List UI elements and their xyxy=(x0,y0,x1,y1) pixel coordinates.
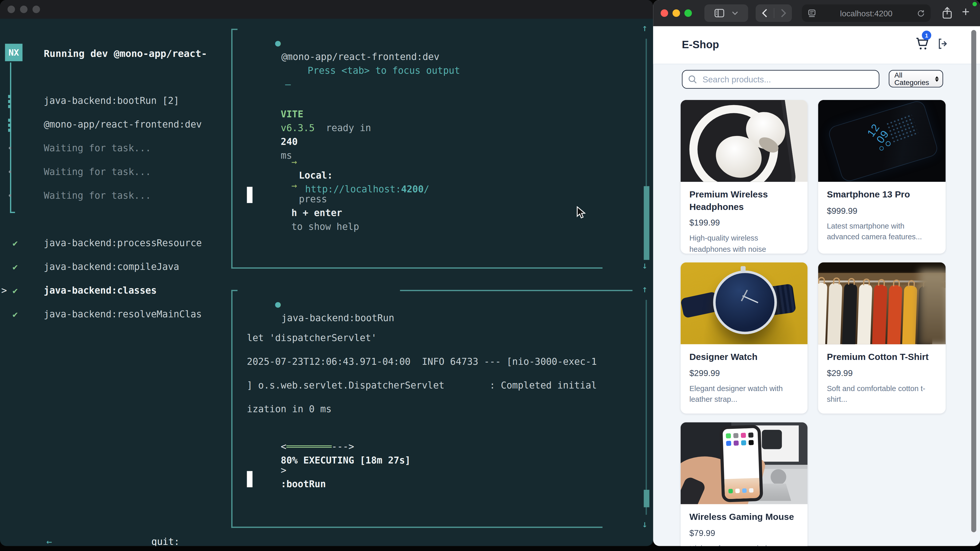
terminal-cursor xyxy=(247,471,252,487)
completed-task-row-active[interactable]: > ✔ java-backend:classes xyxy=(44,284,156,297)
select-arrows-icon xyxy=(935,76,939,82)
scrollbar-thumb[interactable] xyxy=(644,490,649,507)
product-card[interactable]: Designer Watch $299.99 Elegant designer … xyxy=(681,262,808,414)
arrow-icon: → xyxy=(291,180,297,191)
log-line: let 'dispatcherServlet' xyxy=(247,331,377,345)
search-input[interactable] xyxy=(701,71,876,87)
back-icon[interactable] xyxy=(762,9,767,17)
task-tree-connector xyxy=(10,62,11,213)
minimize-button[interactable] xyxy=(673,10,680,17)
local-url-slash: / xyxy=(424,184,429,195)
panel-dash: — xyxy=(285,79,291,90)
quit-help-bar: quit: q help: ? xyxy=(118,521,185,546)
task-row: @mono-app/react-frontend:dev xyxy=(44,118,202,131)
product-card[interactable]: Premium Cotton T-Shirt $29.99 Soft and c… xyxy=(818,262,946,414)
terminal-titlebar[interactable] xyxy=(0,0,653,19)
task-label: java-backend:bootRun [2] xyxy=(44,95,179,106)
task-label: java-backend:classes xyxy=(44,285,156,296)
close-button[interactable] xyxy=(661,10,668,17)
help-keys: h + enter xyxy=(291,207,342,219)
product-image xyxy=(681,262,808,345)
progress-tail: ---> xyxy=(331,441,354,452)
log-line: 2025-07-23T12:06:43.971-04:00 INFO 64733… xyxy=(247,355,597,368)
task-label: Waiting for task... xyxy=(44,142,151,154)
panel-border-stub xyxy=(231,290,237,291)
forward-icon[interactable] xyxy=(780,9,786,17)
scroll-up-icon[interactable]: ↑ xyxy=(642,22,648,34)
panel-title: @mono-app/react-frontend:dev xyxy=(282,51,439,62)
scrollbar-thumb[interactable] xyxy=(644,186,649,260)
completed-task-row: ✔ java-backend:compileJava xyxy=(44,260,179,274)
image-art xyxy=(919,270,945,344)
task-row: Waiting for task... xyxy=(44,189,151,203)
nav-button-group xyxy=(756,4,792,22)
browser-scrollbar[interactable] xyxy=(971,30,977,532)
window-close-button[interactable] xyxy=(7,6,15,13)
url-text[interactable]: localhost:4200 xyxy=(816,8,917,18)
panel-title: java-backend:bootRun xyxy=(282,312,394,324)
terminal-heading: Running dev @mono-app/react- xyxy=(44,47,207,61)
scrollbar-track[interactable] xyxy=(646,300,647,515)
scroll-down-icon[interactable]: ↓ xyxy=(642,260,648,271)
logout-icon[interactable] xyxy=(935,37,950,51)
task-waiting-marker-icon xyxy=(9,171,11,173)
reader-icon[interactable] xyxy=(808,9,816,17)
window-minimize-button[interactable] xyxy=(20,6,27,13)
help-hint-line: → press h + enter to show help xyxy=(258,165,359,248)
window-zoom-button[interactable] xyxy=(32,6,40,13)
share-icon[interactable] xyxy=(942,7,953,19)
task-row: Waiting for task... xyxy=(44,165,151,179)
sidebar-button-group[interactable] xyxy=(704,4,748,22)
product-price: $199.99 xyxy=(689,218,799,227)
product-title: Premium Cotton T-Shirt xyxy=(827,351,937,363)
task-label: Waiting for task... xyxy=(44,166,151,177)
pager: ← 1/1 → xyxy=(13,521,63,546)
task-label: Waiting for task... xyxy=(44,190,151,201)
chevron-down-icon xyxy=(732,11,738,15)
quit-label: quit: xyxy=(151,536,180,546)
scroll-down-icon[interactable]: ↓ xyxy=(642,519,648,530)
image-art xyxy=(713,270,777,334)
reload-icon[interactable] xyxy=(917,9,925,17)
terminal-window: NX Running dev @mono-app/react- java-bac… xyxy=(0,0,653,546)
log-line: ] o.s.web.servlet.DispatcherServlet : Co… xyxy=(247,379,597,392)
status-dot-icon: ● xyxy=(275,38,281,49)
image-art xyxy=(762,430,782,449)
panel-border-stub xyxy=(231,29,237,30)
task-label: java-backend:compileJava xyxy=(44,261,179,272)
help-pre: press xyxy=(299,194,327,205)
product-description: Latest smartphone with advanced camera f… xyxy=(827,221,937,243)
product-image xyxy=(818,262,946,345)
category-selected-value: All Categories xyxy=(894,71,935,86)
address-bar[interactable]: localhost:4200 xyxy=(802,4,931,22)
check-icon: ✔ xyxy=(13,307,18,321)
product-title: Premium Wireless Headphones xyxy=(689,189,799,213)
safari-window: localhost:4200 + E-Shop 1 All Categories xyxy=(653,0,980,546)
local-url-port: 4200 xyxy=(401,184,424,195)
shop-brand[interactable]: E-Shop xyxy=(682,39,719,51)
product-card[interactable]: Premium Wireless Headphones $199.99 High… xyxy=(681,100,808,254)
recording-indicator-icon xyxy=(973,2,977,6)
task-running-marker-icon xyxy=(8,95,11,108)
category-select[interactable]: All Categories xyxy=(889,70,943,87)
vite-version: v6.3.5 xyxy=(281,122,315,134)
vite-ready-text: ready in xyxy=(326,122,371,134)
product-price: $29.99 xyxy=(827,368,937,378)
product-card[interactable]: 1209 Smartphone 13 Pro $999.99 Latest sm… xyxy=(818,100,946,254)
new-tab-button[interactable]: + xyxy=(962,4,969,19)
product-description: Elegant designer watch with leather stra… xyxy=(689,383,799,405)
product-title: Smartphone 13 Pro xyxy=(827,189,937,201)
image-art xyxy=(719,425,763,502)
pager-left-icon[interactable]: ← xyxy=(46,536,52,546)
product-card[interactable]: Wireless Gaming Mouse $79.99 High-perfor… xyxy=(681,422,808,546)
task-tree-connector-foot xyxy=(10,212,15,213)
product-body: Wireless Gaming Mouse $79.99 High-perfor… xyxy=(681,504,808,546)
product-body: Designer Watch $299.99 Elegant designer … xyxy=(681,344,808,412)
chevron-right-icon: > xyxy=(1,284,7,297)
scroll-up-icon[interactable]: ↑ xyxy=(642,284,648,295)
task-label: java-backend:processResource xyxy=(44,238,202,249)
nx-logo-badge: NX xyxy=(5,44,23,61)
help-post: to show help xyxy=(291,221,359,232)
zoom-button[interactable] xyxy=(684,10,692,17)
product-image xyxy=(681,100,808,182)
